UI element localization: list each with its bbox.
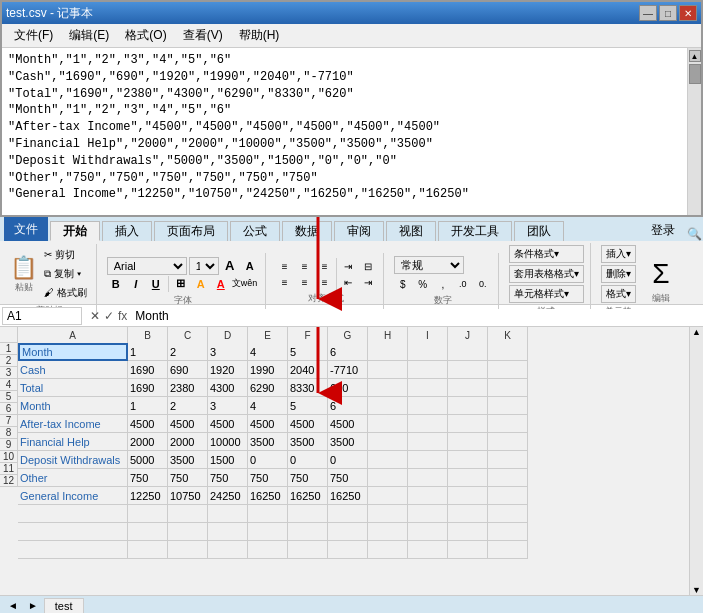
cell-7-7[interactable]: 0 [328,451,368,469]
cell-2-7[interactable]: -7710 [328,361,368,379]
cell-8-1[interactable]: Other [18,469,128,487]
cell-5-5[interactable]: 4500 [248,415,288,433]
scroll-down-btn[interactable]: ▼ [692,585,701,595]
cell-ref-input[interactable] [2,307,82,325]
cell-6-11[interactable] [488,433,528,451]
cell-3-5[interactable]: 6290 [248,379,288,397]
align-right-btn[interactable]: ≡ [316,274,334,290]
cell-2-4[interactable]: 1920 [208,361,248,379]
menu-view[interactable]: 查看(V) [175,26,231,45]
cell-12-4[interactable] [208,541,248,559]
menu-help[interactable]: 帮助(H) [231,26,288,45]
cell-12-1[interactable] [18,541,128,559]
cell-12-2[interactable] [128,541,168,559]
tab-review[interactable]: 审阅 [334,221,384,241]
insert-btn[interactable]: 插入▾ [601,245,636,263]
cell-6-6[interactable]: 3500 [288,433,328,451]
cell-6-4[interactable]: 10000 [208,433,248,451]
cell-1-11[interactable] [488,343,528,361]
cell-3-3[interactable]: 2380 [168,379,208,397]
cell-3-11[interactable] [488,379,528,397]
scroll-tab-right[interactable]: ► [24,600,42,611]
number-format-select[interactable]: 常规 [394,256,464,274]
cut-button[interactable]: ✂ 剪切 [41,246,90,264]
cell-6-7[interactable]: 3500 [328,433,368,451]
cell-11-4[interactable] [208,523,248,541]
tab-insert[interactable]: 插入 [102,221,152,241]
wra-btn[interactable]: 文wên [232,277,258,290]
cell-6-3[interactable]: 2000 [168,433,208,451]
cell-3-10[interactable] [448,379,488,397]
cell-7-10[interactable] [448,451,488,469]
cell-7-2[interactable]: 5000 [128,451,168,469]
cell-7-5[interactable]: 0 [248,451,288,469]
minimize-button[interactable]: — [639,5,657,21]
cell-7-4[interactable]: 1500 [208,451,248,469]
cell-12-7[interactable] [328,541,368,559]
cell-8-11[interactable] [488,469,528,487]
insert-function-icon[interactable]: fx [118,309,127,323]
cell-9-5[interactable]: 16250 [248,487,288,505]
cell-1-9[interactable] [408,343,448,361]
cell-3-1[interactable]: Total [18,379,128,397]
cell-12-11[interactable] [488,541,528,559]
cell-8-10[interactable] [448,469,488,487]
cell-5-3[interactable]: 4500 [168,415,208,433]
increase-indent-btn[interactable]: ⇥ [359,274,377,290]
cell-7-1[interactable]: Deposit Withdrawals [18,451,128,469]
cell-11-1[interactable] [18,523,128,541]
wrap-text-btn[interactable]: ⇥ [339,258,357,274]
cell-11-2[interactable] [128,523,168,541]
cell-11-11[interactable] [488,523,528,541]
cell-9-8[interactable] [368,487,408,505]
cell-1-4[interactable]: 3 [208,343,248,361]
confirm-formula-icon[interactable]: ✓ [104,309,114,323]
cell-2-6[interactable]: 2040 [288,361,328,379]
tab-team[interactable]: 团队 [514,221,564,241]
tab-start[interactable]: 开始 [50,221,100,241]
cell-6-8[interactable] [368,433,408,451]
cell-8-2[interactable]: 750 [128,469,168,487]
tab-data[interactable]: 数据 [282,221,332,241]
sheet-tab-1[interactable]: test [44,598,84,614]
cell-10-8[interactable] [368,505,408,523]
paste-icon[interactable]: 📋 [10,255,37,281]
fill-color-btn[interactable]: A [192,276,210,292]
cell-9-7[interactable]: 16250 [328,487,368,505]
cell-10-11[interactable] [488,505,528,523]
decrease-font-btn[interactable]: A [241,258,259,274]
cell-11-3[interactable] [168,523,208,541]
ribbon-search[interactable]: 🔍 [685,227,703,241]
currency-btn[interactable]: $ [394,276,412,292]
cell-10-5[interactable] [248,505,288,523]
cell-9-6[interactable]: 16250 [288,487,328,505]
cell-12-5[interactable] [248,541,288,559]
cell-1-8[interactable] [368,343,408,361]
align-middle-btn[interactable]: ≡ [296,258,314,274]
cell-4-6[interactable]: 5 [288,397,328,415]
cell-3-4[interactable]: 4300 [208,379,248,397]
cell-8-9[interactable] [408,469,448,487]
cell-5-2[interactable]: 4500 [128,415,168,433]
autosum-icon[interactable]: Σ [652,258,670,290]
cell-2-5[interactable]: 1990 [248,361,288,379]
cell-12-10[interactable] [448,541,488,559]
cell-3-9[interactable] [408,379,448,397]
tab-layout[interactable]: 页面布局 [154,221,228,241]
cell-9-4[interactable]: 24250 [208,487,248,505]
cell-12-8[interactable] [368,541,408,559]
cell-5-1[interactable]: After-tax Income [18,415,128,433]
bold-btn[interactable]: B [107,276,125,292]
tab-formula[interactable]: 公式 [230,221,280,241]
cell-10-1[interactable] [18,505,128,523]
maximize-button[interactable]: □ [659,5,677,21]
cell-10-9[interactable] [408,505,448,523]
tab-view[interactable]: 视图 [386,221,436,241]
cell-6-10[interactable] [448,433,488,451]
font-size-select[interactable]: 10 [189,257,219,275]
cell-10-4[interactable] [208,505,248,523]
cancel-formula-icon[interactable]: ✕ [90,309,100,323]
cell-2-10[interactable] [448,361,488,379]
cell-1-3[interactable]: 2 [168,343,208,361]
cell-4-10[interactable] [448,397,488,415]
